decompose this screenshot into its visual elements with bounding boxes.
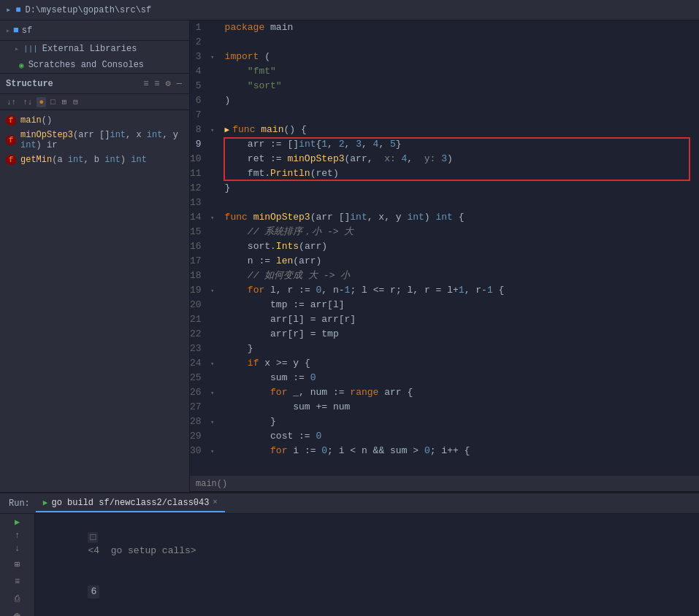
code-line-5: "sort" [225,79,693,93]
fold-gutter: ▾ ▾ ▾ ▾ ▾ [206,20,219,476]
fold-25 [206,371,219,385]
code-line-29: cost := 0 [225,429,693,444]
line-numbers: 1 2 3 4 5 6 7 8 9 10 11 12 13 14 15 16 1… [190,20,206,476]
fold-20 [206,298,219,312]
code-line-19: for l, r := 0, n-1; l <= r; l, r = l+1, … [225,283,693,298]
line-num-6: 6 [190,93,206,108]
struct-item-main[interactable]: f main() [0,113,189,128]
code-line-14: func minOpStep3(arr []int, x, y int) int… [225,210,693,225]
run-output: □ <4 go setup calls> 6 Process finished … [35,514,699,616]
line-num-13: 13 [190,196,206,210]
fold-26[interactable]: ▾ [206,385,219,400]
run-panel-button[interactable]: ⊞ [10,557,25,571]
code-content[interactable]: package main import ( "fmt" "sort" ) ▶ f… [219,20,699,476]
expand-all-btn[interactable]: ⊞ [60,96,69,107]
fold-8[interactable]: ▾ [206,123,219,137]
fold-30[interactable]: ▾ [206,444,219,458]
run-output-result: 6 [88,585,99,598]
run-up-button[interactable]: ↑ [10,531,25,541]
fold-3[interactable]: ▾ [206,50,219,64]
code-line-2 [225,35,693,50]
collapse-all-btn[interactable]: ⊟ [71,96,80,107]
scratches-icon: ◉ [19,61,24,70]
code-line-16: sort.Ints(arr) [225,239,693,254]
struct-badge-getmin: f [6,155,16,165]
line-num-21: 21 [190,312,206,327]
sort-down-btn[interactable]: ↓↑ [4,97,18,107]
struct-badge-main: f [6,115,16,126]
breadcrumb-bar: main() [190,476,699,492]
line-num-28: 28 [190,415,206,429]
expand-icon: ▸ [15,45,19,53]
struct-item-getmin[interactable]: f getMin(a int, b int) int [0,153,189,167]
scratches-label: Scratches and Consoles [28,60,144,70]
fold-24[interactable]: ▾ [206,356,219,371]
sidebar-item-label: External Libraries [42,44,137,54]
fold-13 [206,196,219,210]
fold-28[interactable]: ▾ [206,415,219,429]
code-line-1: package main [225,20,693,35]
run-print-button[interactable]: ⎙ [10,592,25,607]
run-trash-button[interactable]: 🗑 [10,609,25,616]
line-num-16: 16 [190,239,206,254]
filter-inherited-btn[interactable]: □ [48,97,58,107]
project-root[interactable]: ▸ ■ sf [0,20,189,41]
fold-9 [206,137,219,152]
line-num-17: 17 [190,254,206,269]
code-line-25: sum := 0 [225,371,693,385]
line-num-12: 12 [190,181,206,196]
run-cmd-text: <4 go setup calls> [88,545,196,556]
filter-public-btn[interactable]: ● [37,97,46,107]
top-bar: ▸ ■ D:\mysetup\gopath\src\sf [0,0,699,20]
line-num-26: 26 [190,385,206,400]
code-line-17: n := len(arr) [225,254,693,269]
run-wrap-button[interactable]: ≡ [10,574,25,589]
sidebar-item-external-libraries[interactable]: ▸ ||| External Libraries [0,41,189,57]
breakpoint-arrow: ▶ [225,123,230,137]
sidebar-item-scratches[interactable]: ◉ Scratches and Consoles [0,57,189,73]
sort-up-btn[interactable]: ↑↓ [20,97,34,107]
line-num-30: 30 [190,444,206,458]
struct-item-minopstep3[interactable]: f minOpStep3(arr []int, x int, y int) ir [0,128,189,153]
project-name: sf [22,26,32,36]
sidebar: ▸ ■ sf ▸ ||| External Libraries ◉ Scratc… [0,20,190,492]
bottom-panel-body: ▶ ↑ ↓ ⊞ ≡ ⎙ 🗑 □ <4 go setup calls> 6 Pro… [0,514,699,616]
dir-icon: ■ [15,5,20,15]
code-line-24: if x >= y { [225,356,693,371]
fold-14[interactable]: ▾ [206,210,219,225]
code-line-9: arr := []int{1, 2, 3, 4, 5} [225,137,693,152]
line-num-25: 25 [190,371,206,385]
code-line-30: for i := 0; i < n && sum > 0; i++ { [225,444,693,458]
code-line-21: arr[l] = arr[r] [225,312,693,327]
fold-22 [206,327,219,342]
run-tab-icon: ▶ [43,498,48,507]
fold-6 [206,93,219,108]
line-num-15: 15 [190,225,206,239]
line-num-19: 19 [190,283,206,298]
code-line-6: ) [225,93,693,108]
run-tab-close[interactable]: × [213,498,217,507]
fold-19[interactable]: ▾ [206,283,219,298]
sort-order-button[interactable]: ≡ [153,78,161,90]
line-num-23: 23 [190,342,206,356]
line-num-5: 5 [190,79,206,93]
line-num-27: 27 [190,400,206,415]
settings-button[interactable]: ⚙ [164,77,172,90]
fold-12 [206,181,219,196]
code-line-8: ▶ func main() { [225,123,693,137]
code-editor[interactable]: 1 2 3 4 5 6 7 8 9 10 11 12 13 14 15 16 1… [190,20,699,476]
run-tab[interactable]: ▶ go build sf/newclass2/class043 × [36,495,225,512]
bottom-panel: Run: ▶ go build sf/newclass2/class043 × … [0,492,699,616]
struct-text-getmin: getMin(a int, b int) int [20,155,147,165]
minimize-button[interactable]: — [175,78,183,90]
run-sidebar: ▶ ↑ ↓ ⊞ ≡ ⎙ 🗑 [0,514,35,616]
fold-16 [206,239,219,254]
struct-badge-minopstep3: f [6,135,16,145]
run-start-button[interactable]: ▶ [10,517,25,528]
code-line-26: for _, num := range arr { [225,385,693,400]
line-num-29: 29 [190,429,206,444]
bottom-tabs: Run: ▶ go build sf/newclass2/class043 × [0,493,699,514]
run-down-button[interactable]: ↓ [10,544,25,554]
run-output-cmd: □ <4 go setup calls> [42,518,692,571]
sort-alpha-button[interactable]: ≡ [142,78,150,90]
